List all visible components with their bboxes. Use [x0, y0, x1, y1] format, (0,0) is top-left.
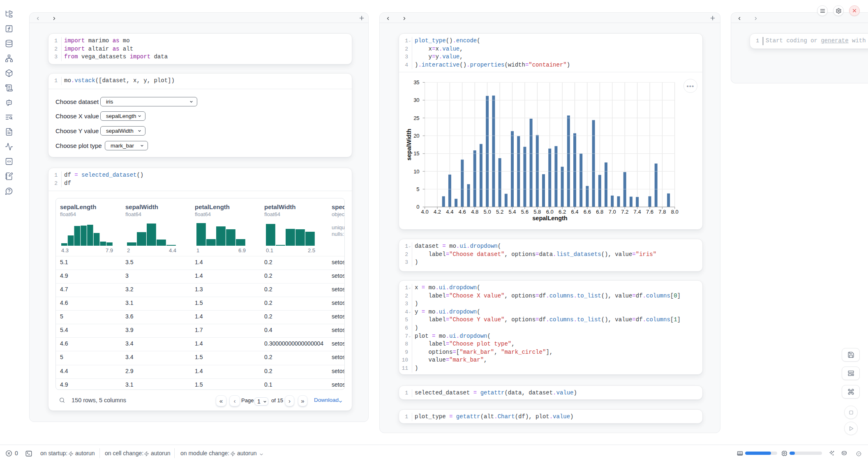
svg-text:4.6: 4.6 — [459, 209, 466, 215]
svg-text:5.8: 5.8 — [533, 209, 541, 215]
svg-text:25: 25 — [413, 115, 419, 121]
svg-text:10: 10 — [413, 168, 419, 175]
svg-text:7.4: 7.4 — [634, 209, 641, 215]
svg-text:20: 20 — [413, 133, 419, 139]
svg-text:15: 15 — [413, 150, 419, 157]
svg-text:5.2: 5.2 — [496, 209, 503, 215]
svg-text:4.2: 4.2 — [434, 209, 441, 215]
svg-text:4.0: 4.0 — [421, 209, 429, 215]
svg-text:35: 35 — [413, 79, 419, 85]
svg-text:6.6: 6.6 — [584, 209, 591, 215]
svg-text:6.4: 6.4 — [571, 209, 578, 215]
svg-text:7.6: 7.6 — [646, 209, 653, 215]
svg-text:5.0: 5.0 — [484, 209, 491, 215]
svg-text:7.2: 7.2 — [621, 209, 628, 215]
svg-text:4.4: 4.4 — [446, 209, 453, 215]
svg-text:7.0: 7.0 — [609, 209, 616, 215]
svg-text:7.8: 7.8 — [658, 209, 666, 215]
svg-text:5: 5 — [416, 186, 419, 192]
svg-text:4.8: 4.8 — [471, 209, 478, 215]
svg-text:sepalWidth: sepalWidth — [406, 129, 412, 160]
svg-text:30: 30 — [413, 97, 419, 103]
svg-text:6.8: 6.8 — [596, 209, 603, 215]
svg-text:8.0: 8.0 — [671, 209, 679, 215]
svg-text:5.6: 5.6 — [521, 209, 529, 215]
svg-text:5.4: 5.4 — [508, 209, 516, 215]
svg-text:6.2: 6.2 — [559, 209, 566, 215]
svg-text:6.0: 6.0 — [546, 209, 554, 215]
svg-text:0: 0 — [416, 204, 419, 210]
svg-text:sepalLength: sepalLength — [532, 215, 567, 221]
